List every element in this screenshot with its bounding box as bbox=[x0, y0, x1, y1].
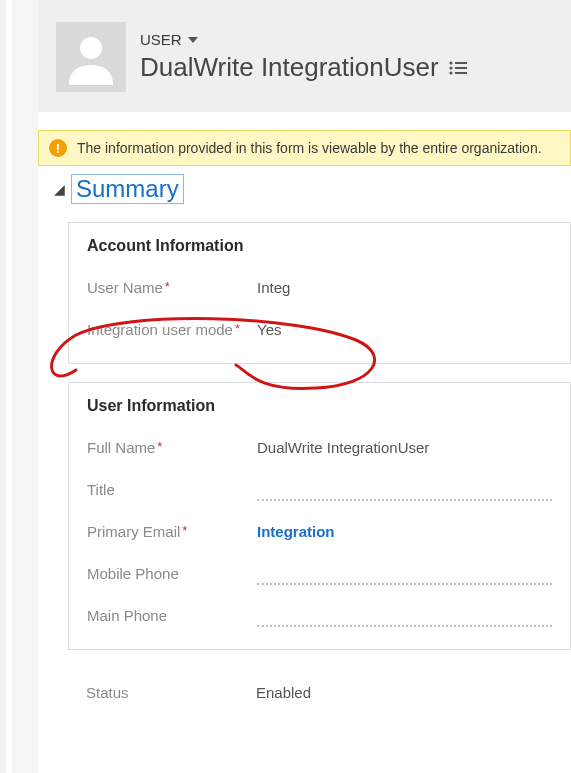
field-integration-user-mode[interactable]: Integration user mode* Yes bbox=[87, 311, 552, 353]
title-value[interactable] bbox=[257, 481, 552, 503]
svg-rect-4 bbox=[455, 67, 467, 69]
field-title[interactable]: Title bbox=[87, 471, 552, 513]
summary-section-header[interactable]: ◢ Summary bbox=[54, 174, 571, 204]
info-notification: ! The information provided in this form … bbox=[38, 130, 571, 166]
svg-point-3 bbox=[449, 66, 452, 69]
list-menu-button[interactable] bbox=[449, 61, 467, 75]
mobile-phone-value[interactable] bbox=[257, 565, 552, 587]
main-phone-label: Main Phone bbox=[87, 607, 257, 626]
record-title: DualWrite IntegrationUser bbox=[140, 52, 439, 83]
field-full-name[interactable]: Full Name* DualWrite IntegrationUser bbox=[87, 429, 552, 471]
header-text: USER DualWrite IntegrationUser bbox=[140, 31, 553, 83]
integration-user-mode-label: Integration user mode* bbox=[87, 321, 257, 340]
field-status: Status Enabled bbox=[86, 674, 553, 716]
svg-rect-2 bbox=[455, 62, 467, 64]
status-value: Enabled bbox=[256, 684, 553, 706]
user-information-card: User Information Full Name* DualWrite In… bbox=[68, 382, 571, 650]
avatar bbox=[56, 22, 126, 92]
warning-icon: ! bbox=[49, 139, 67, 157]
field-user-name[interactable]: User Name* Integ bbox=[87, 269, 552, 311]
chevron-down-icon bbox=[188, 37, 198, 43]
breadcrumb-label: USER bbox=[140, 31, 182, 48]
user-info-title: User Information bbox=[87, 397, 552, 415]
integration-user-mode-value[interactable]: Yes bbox=[257, 321, 552, 343]
user-name-value[interactable]: Integ bbox=[257, 279, 552, 301]
summary-heading: Summary bbox=[71, 174, 184, 204]
svg-point-1 bbox=[449, 61, 452, 64]
required-icon: * bbox=[157, 439, 162, 454]
svg-rect-6 bbox=[455, 72, 467, 74]
user-name-label: User Name* bbox=[87, 279, 257, 298]
field-primary-email[interactable]: Primary Email* Integration bbox=[87, 513, 552, 555]
svg-point-0 bbox=[80, 37, 102, 59]
account-information-card: Account Information User Name* Integ Int… bbox=[68, 222, 571, 364]
full-name-value[interactable]: DualWrite IntegrationUser bbox=[257, 439, 552, 461]
page-root: USER DualWrite IntegrationUser ! The inf… bbox=[0, 0, 571, 773]
mobile-phone-label: Mobile Phone bbox=[87, 565, 257, 584]
svg-point-5 bbox=[449, 71, 452, 74]
required-icon: * bbox=[235, 321, 240, 336]
primary-email-label: Primary Email* bbox=[87, 523, 257, 542]
user-icon bbox=[63, 29, 119, 85]
notification-text: The information provided in this form is… bbox=[77, 140, 542, 156]
entity-breadcrumb[interactable]: USER bbox=[140, 31, 553, 48]
title-label: Title bbox=[87, 481, 257, 500]
status-row-container: Status Enabled bbox=[68, 668, 571, 726]
primary-email-value[interactable]: Integration bbox=[257, 523, 552, 545]
record-header: USER DualWrite IntegrationUser bbox=[38, 0, 571, 112]
collapse-caret-icon: ◢ bbox=[54, 181, 65, 197]
left-gutter bbox=[12, 0, 38, 773]
account-info-title: Account Information bbox=[87, 237, 552, 255]
status-label: Status bbox=[86, 684, 256, 703]
required-icon: * bbox=[165, 279, 170, 294]
field-mobile-phone[interactable]: Mobile Phone bbox=[87, 555, 552, 597]
list-icon bbox=[449, 61, 467, 75]
required-icon: * bbox=[182, 523, 187, 538]
full-name-label: Full Name* bbox=[87, 439, 257, 458]
main-phone-value[interactable] bbox=[257, 607, 552, 629]
field-main-phone[interactable]: Main Phone bbox=[87, 597, 552, 639]
record-title-row: DualWrite IntegrationUser bbox=[140, 52, 553, 83]
